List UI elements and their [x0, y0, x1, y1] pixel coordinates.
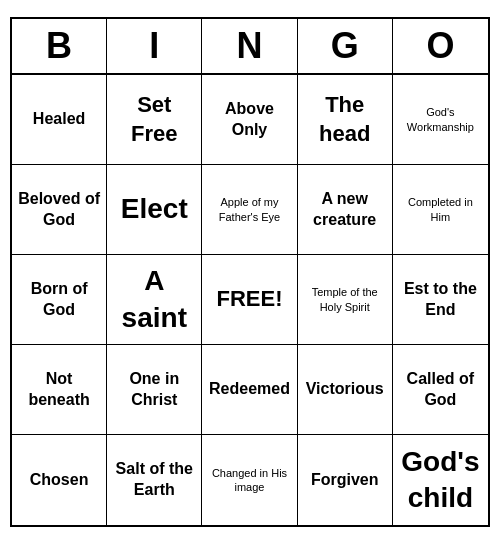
cell-text-2: Above Only — [206, 99, 292, 141]
bingo-cell-0: Healed — [12, 75, 107, 165]
cell-text-15: Not beneath — [16, 369, 102, 411]
cell-text-0: Healed — [33, 109, 85, 130]
bingo-cell-5: Beloved of God — [12, 165, 107, 255]
bingo-cell-13: Temple of the Holy Spirit — [298, 255, 393, 345]
bingo-cell-6: Elect — [107, 165, 202, 255]
bingo-cell-22: Changed in His image — [202, 435, 297, 525]
header-letter-I: I — [107, 19, 202, 73]
header-letter-O: O — [393, 19, 488, 73]
header-letter-B: B — [12, 19, 107, 73]
bingo-cell-12: FREE! — [202, 255, 297, 345]
cell-text-24: God's child — [397, 444, 484, 517]
cell-text-10: Born of God — [16, 279, 102, 321]
cell-text-12: FREE! — [216, 285, 282, 314]
bingo-cell-2: Above Only — [202, 75, 297, 165]
cell-text-3: The head — [302, 91, 388, 148]
cell-text-8: A new creature — [302, 189, 388, 231]
bingo-cell-14: Est to the End — [393, 255, 488, 345]
header-letter-G: G — [298, 19, 393, 73]
cell-text-4: God's Workmanship — [397, 105, 484, 134]
cell-text-1: Set Free — [111, 91, 197, 148]
bingo-cell-20: Chosen — [12, 435, 107, 525]
cell-text-17: Redeemed — [209, 379, 290, 400]
bingo-cell-18: Victorious — [298, 345, 393, 435]
bingo-cell-23: Forgiven — [298, 435, 393, 525]
bingo-cell-1: Set Free — [107, 75, 202, 165]
cell-text-9: Completed in Him — [397, 195, 484, 224]
cell-text-14: Est to the End — [397, 279, 484, 321]
bingo-cell-3: The head — [298, 75, 393, 165]
bingo-cell-4: God's Workmanship — [393, 75, 488, 165]
cell-text-5: Beloved of God — [16, 189, 102, 231]
bingo-cell-15: Not beneath — [12, 345, 107, 435]
cell-text-6: Elect — [121, 191, 188, 227]
bingo-grid: HealedSet FreeAbove OnlyThe headGod's Wo… — [12, 75, 488, 525]
cell-text-19: Called of God — [397, 369, 484, 411]
bingo-cell-16: One in Christ — [107, 345, 202, 435]
bingo-cell-9: Completed in Him — [393, 165, 488, 255]
bingo-cell-11: A saint — [107, 255, 202, 345]
bingo-cell-7: Apple of my Father's Eye — [202, 165, 297, 255]
bingo-cell-8: A new creature — [298, 165, 393, 255]
cell-text-21: Salt of the Earth — [111, 459, 197, 501]
bingo-card: BINGO HealedSet FreeAbove OnlyThe headGo… — [10, 17, 490, 527]
bingo-cell-19: Called of God — [393, 345, 488, 435]
cell-text-16: One in Christ — [111, 369, 197, 411]
cell-text-18: Victorious — [306, 379, 384, 400]
bingo-cell-17: Redeemed — [202, 345, 297, 435]
cell-text-13: Temple of the Holy Spirit — [302, 285, 388, 314]
bingo-cell-10: Born of God — [12, 255, 107, 345]
bingo-cell-21: Salt of the Earth — [107, 435, 202, 525]
bingo-header: BINGO — [12, 19, 488, 75]
bingo-cell-24: God's child — [393, 435, 488, 525]
cell-text-20: Chosen — [30, 470, 89, 491]
cell-text-7: Apple of my Father's Eye — [206, 195, 292, 224]
cell-text-22: Changed in His image — [206, 466, 292, 495]
cell-text-23: Forgiven — [311, 470, 379, 491]
header-letter-N: N — [202, 19, 297, 73]
cell-text-11: A saint — [111, 263, 197, 336]
